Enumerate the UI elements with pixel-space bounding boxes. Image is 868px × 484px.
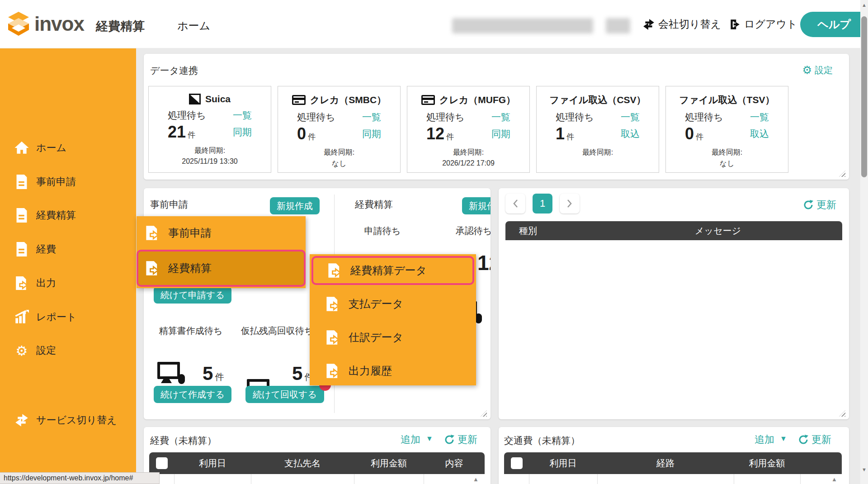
transport-add-link[interactable]: 追加 [755, 433, 774, 446]
swap-arrows-icon [643, 19, 655, 30]
list-link[interactable]: 一覧 [750, 111, 769, 123]
integration-card-suica: Suica 処理待ち一覧 21件同期 最終同期: 2025/11/19 13:3… [148, 86, 271, 173]
gear-icon: ⚙ [14, 342, 30, 359]
next-page-button[interactable] [560, 194, 580, 214]
last-sync-value: なし [278, 159, 400, 169]
refresh-icon [444, 434, 455, 445]
integration-card-csv: ファイル取込（CSV） 処理待ち一覧 1件取込 最終同期: [536, 86, 659, 173]
continue-apply-button[interactable]: 続けて申請する [154, 286, 231, 304]
export-menu-item-expense-settlement[interactable]: 経費精算 [137, 250, 306, 287]
sidebar-item-settings[interactable]: ⚙ 設定 [0, 340, 136, 361]
advance-collect-count: 5 [292, 363, 302, 384]
export-menu: 事前申請 経費精算 [137, 216, 306, 288]
pending-count: 21 [168, 123, 186, 141]
sync-link[interactable]: 同期 [491, 128, 510, 140]
expense-table-row[interactable]: 2025/9/27 タイムズ24株式会社 ¥1,980 [149, 474, 485, 484]
pending-count: 1 [556, 124, 565, 143]
prev-page-button[interactable] [505, 194, 525, 214]
expense-add-link[interactable]: 追加 [401, 433, 420, 446]
approval-waiting-label: 承認待ち [429, 225, 491, 237]
card-name: クレカ（MUFG） [439, 94, 515, 106]
submenu-item-export-history[interactable]: 出力履歴 [311, 356, 474, 385]
import-link[interactable]: 取込 [750, 128, 769, 140]
scrollbar-thumb[interactable] [861, 16, 867, 177]
col-detail: 内容 [424, 457, 485, 470]
export-submenu: 経費精算データ 支払データ 仕訳データ 出力履歴 [310, 254, 476, 385]
col-payee: 支払先名 [251, 457, 354, 470]
sync-link[interactable]: 同期 [233, 126, 252, 138]
sidebar-item-expense[interactable]: 経費 [0, 238, 136, 260]
submenu-item-journal-data[interactable]: 仕訳データ [311, 323, 474, 352]
export-menu-item-pre-application[interactable]: 事前申請 [137, 218, 306, 248]
file-export-icon [325, 296, 340, 312]
card-name: Suica [205, 94, 231, 104]
transport-add-dropdown-icon[interactable]: ▼ [780, 435, 787, 443]
list-link[interactable]: 一覧 [362, 111, 381, 123]
resize-grip[interactable] [839, 171, 845, 177]
page-scrollbar[interactable]: ▲ ▼ [860, 0, 868, 484]
cell-use-date: 2026/1/27 [529, 474, 597, 484]
list-link[interactable]: 一覧 [233, 109, 252, 122]
approval-waiting-count: 12 [477, 251, 491, 275]
help-button[interactable]: ヘルプ [800, 12, 868, 37]
logout-button[interactable]: ログアウト [729, 17, 797, 31]
page-1-button[interactable]: 1 [533, 194, 552, 214]
sidebar-item-home[interactable]: ホーム [0, 137, 136, 159]
file-export-icon [145, 225, 160, 241]
scroll-up-icon[interactable]: ▲ [860, 2, 868, 8]
sidebar-item-export[interactable]: 出力 [0, 272, 136, 294]
col-use-date: 利用日 [529, 457, 597, 470]
continue-create-button[interactable]: 続けて作成する [154, 386, 231, 403]
sidebar-item-report[interactable]: レポート [0, 306, 136, 328]
sidebar-item-pre-application[interactable]: 事前申請 [0, 171, 136, 193]
chevron-left-icon [512, 199, 519, 208]
table-scroll-up-icon[interactable]: ▲ [473, 476, 479, 483]
list-link[interactable]: 一覧 [621, 111, 640, 123]
submenu-item-payment-data[interactable]: 支払データ [311, 289, 474, 318]
col-use-date: 利用日 [174, 457, 251, 470]
messages-panel: 1 更新 種別 メッセージ [499, 188, 849, 419]
transport-refresh-link[interactable]: 更新 [798, 433, 831, 446]
data-link-settings-link[interactable]: ⚙ 設定 [802, 64, 833, 76]
last-sync-value: なし [666, 159, 788, 169]
sync-link[interactable]: 同期 [362, 128, 381, 140]
document-icon [14, 174, 30, 190]
sidebar-item-expense-settlement[interactable]: 経費精算 [0, 204, 136, 226]
gear-icon: ⚙ [802, 64, 812, 76]
messages-refresh-link[interactable]: 更新 [803, 198, 836, 212]
submenu-item-settlement-data[interactable]: 経費精算データ [311, 256, 474, 285]
chevron-right-icon [566, 199, 573, 208]
pending-count: 12 [426, 124, 444, 143]
last-sync-value: 2025/11/19 13:30 [149, 157, 271, 166]
integration-card-mufg: クレカ（MUFG） 処理待ち一覧 12件同期 最終同期: 2026/1/22 1… [407, 86, 530, 173]
refresh-icon [803, 199, 814, 210]
logout-label: ログアウト [744, 17, 797, 31]
expense-add-dropdown-icon[interactable]: ▼ [426, 435, 433, 443]
sidebar-item-service-switch[interactable]: サービス切り替え [0, 409, 136, 431]
data-link-panel: データ連携 ⚙ 設定 Suica 処理待ち一覧 21件同期 最終同期: 2025… [144, 54, 849, 180]
logout-icon [729, 19, 741, 30]
swap-arrows-icon [14, 412, 30, 428]
transport-table-row[interactable]: 2026/1/27 てすと ¥500 [504, 474, 842, 484]
resize-grip[interactable] [481, 410, 487, 417]
cell-route: てすと [597, 474, 734, 484]
table-scroll-up-icon[interactable]: ▲ [831, 476, 837, 483]
import-link[interactable]: 取込 [621, 128, 640, 140]
cell-use-date: 2025/9/27 [174, 474, 251, 484]
brand-suffix: 経費精算 [96, 18, 145, 34]
select-all-checkbox[interactable] [156, 457, 168, 469]
switch-company-label: 会社切り替え [658, 17, 721, 31]
monitor-mouse-icon [157, 362, 180, 379]
expense-refresh-link[interactable]: 更新 [444, 433, 477, 446]
list-link[interactable]: 一覧 [491, 111, 510, 123]
cell-payee: タイムズ24株式会社 [251, 474, 354, 484]
expense-table-title: 経費（未精算） [150, 434, 217, 447]
nav-home[interactable]: ホーム [177, 19, 210, 33]
pre-application-new-button[interactable]: 新規作成 [270, 197, 320, 214]
continue-collect-button[interactable]: 続けて回収する [245, 386, 324, 403]
scroll-down-icon[interactable]: ▼ [860, 467, 868, 472]
expense-settlement-new-button[interactable]: 新規作成 [462, 197, 491, 214]
switch-company-button[interactable]: 会社切り替え [643, 17, 721, 31]
integration-card-tsv: ファイル取込（TSV） 処理待ち一覧 0件取込 最終同期: なし [665, 86, 788, 173]
select-all-checkbox[interactable] [511, 457, 523, 469]
